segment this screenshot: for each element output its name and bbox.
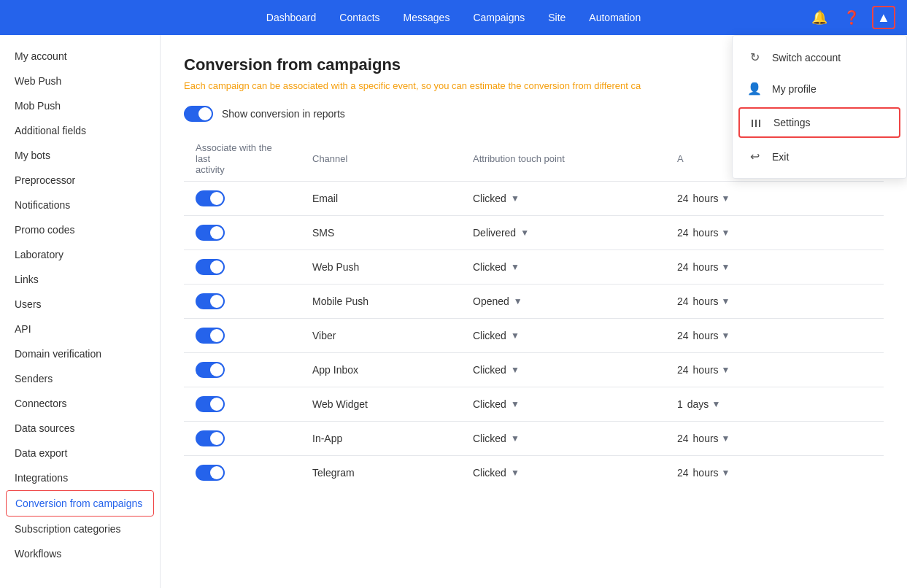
touch-point-dropdown[interactable]: Clicked▼ <box>473 433 654 444</box>
attr-unit-dropdown[interactable]: hours ▼ <box>693 364 730 376</box>
sidebar-item-links[interactable]: Links <box>0 267 160 292</box>
row-toggle-app-inbox[interactable] <box>196 362 225 378</box>
attr-unit-value: hours <box>693 467 719 479</box>
exit-item[interactable]: ↩ Exit <box>733 141 906 172</box>
channel-name: SMS <box>312 227 334 239</box>
sidebar-item-preprocessor[interactable]: Preprocessor <box>0 168 160 193</box>
sidebar-item-workflows[interactable]: Workflows <box>0 541 160 566</box>
sidebar-item-promo-codes[interactable]: Promo codes <box>0 217 160 242</box>
table-row: Web WidgetClicked▼ 1 days ▼ <box>184 387 884 422</box>
sidebar-item-domain-verification[interactable]: Domain verification <box>0 341 160 366</box>
sidebar-item-integrations[interactable]: Integrations <box>0 465 160 490</box>
svg-rect-2 <box>759 120 760 127</box>
row-toggle-web-widget[interactable] <box>196 396 225 412</box>
touch-point-dropdown[interactable]: Clicked▼ <box>473 364 654 376</box>
touch-point-value: Clicked <box>473 364 506 376</box>
attribution-cell: 24 hours ▼ <box>665 422 884 456</box>
row-toggle-telegram[interactable] <box>196 465 225 481</box>
row-toggle-sms[interactable] <box>196 225 225 241</box>
table-row: Web PushClicked▼ 24 hours ▼ <box>184 250 884 285</box>
switch-account-label: Switch account <box>772 52 841 63</box>
conversion-table: Associate with the lastactivity Channel … <box>184 136 884 490</box>
svg-rect-1 <box>755 120 757 127</box>
touch-point-dropdown[interactable]: Clicked▼ <box>473 330 654 341</box>
chevron-down-icon: ▼ <box>722 468 730 478</box>
attribution-cell: 24 hours ▼ <box>665 182 884 216</box>
touch-point-dropdown[interactable]: Clicked▼ <box>473 467 654 479</box>
attr-unit-dropdown[interactable]: hours ▼ <box>693 330 730 341</box>
attr-unit-dropdown[interactable]: hours ▼ <box>693 467 730 479</box>
row-toggle-cell <box>184 422 301 456</box>
attr-number: 24 <box>677 330 689 341</box>
touch-point-dropdown[interactable]: Clicked▼ <box>473 261 654 273</box>
channel-cell: SMS <box>301 216 461 250</box>
sidebar-item-connectors[interactable]: Connectors <box>0 391 160 416</box>
touch-point-value: Clicked <box>473 467 506 479</box>
settings-item[interactable]: Settings <box>738 107 900 138</box>
help-icon[interactable]: ❓ <box>840 6 863 29</box>
my-profile-item[interactable]: 👤 My profile <box>733 73 906 104</box>
row-toggle-email[interactable] <box>196 190 225 206</box>
attr-unit-dropdown[interactable]: hours ▼ <box>693 193 730 204</box>
sidebar-item-data-sources[interactable]: Data sources <box>0 416 160 441</box>
col-touch-point: Attribution touch point <box>461 136 665 182</box>
col-channel: Channel <box>301 136 461 182</box>
nav-right-icons: 🔔 ❓ ▲ <box>808 6 895 29</box>
touch-point-dropdown[interactable]: Opened▼ <box>473 295 654 307</box>
touch-point-value: Delivered <box>473 227 516 239</box>
row-toggle-cell <box>184 182 301 216</box>
attr-number: 24 <box>677 193 689 204</box>
attr-unit-value: hours <box>693 295 719 307</box>
nav-dashboard[interactable]: Dashboard <box>266 12 317 23</box>
chevron-down-icon: ▼ <box>511 433 520 444</box>
touch-point-dropdown[interactable]: Clicked▼ <box>473 398 654 410</box>
attr-number: 24 <box>677 261 689 273</box>
attr-unit-dropdown[interactable]: hours ▼ <box>693 261 730 273</box>
notification-bell-icon[interactable]: 🔔 <box>808 6 831 29</box>
sidebar-item-users[interactable]: Users <box>0 292 160 317</box>
switch-account-item[interactable]: ↻ Switch account <box>733 42 906 73</box>
sidebar-item-my-account[interactable]: My account <box>0 44 160 69</box>
nav-site[interactable]: Site <box>548 12 566 23</box>
show-conversion-label: Show conversion in reports <box>222 108 345 120</box>
show-conversion-toggle[interactable] <box>184 106 213 122</box>
sidebar-item-additional-fields[interactable]: Additional fields <box>0 118 160 143</box>
sidebar-item-api[interactable]: API <box>0 317 160 341</box>
touch-point-value: Clicked <box>473 261 506 273</box>
attr-unit-dropdown[interactable]: hours ▼ <box>693 295 730 307</box>
touch-point-cell: Clicked▼ <box>461 456 665 490</box>
row-toggle-viber[interactable] <box>196 328 225 344</box>
nav-messages[interactable]: Messages <box>404 12 450 23</box>
nav-campaigns[interactable]: Campaigns <box>473 12 525 23</box>
table-row: ViberClicked▼ 24 hours ▼ <box>184 319 884 353</box>
sidebar-item-laboratory[interactable]: Laboratory <box>0 242 160 267</box>
sidebar-item-subscription-categories[interactable]: Subscription categories <box>0 517 160 541</box>
attr-unit-value: hours <box>693 227 719 239</box>
sidebar-item-conversion-from-campaigns[interactable]: Conversion from campaigns <box>6 490 154 517</box>
touch-point-dropdown[interactable]: Clicked▼ <box>473 193 654 204</box>
channel-name: App Inbox <box>312 364 358 376</box>
nav-contacts[interactable]: Contacts <box>339 12 379 23</box>
sidebar-item-notifications[interactable]: Notifications <box>0 193 160 217</box>
attr-unit-value: hours <box>693 193 719 204</box>
attribution-cell: 24 hours ▼ <box>665 216 884 250</box>
row-toggle-in-app[interactable] <box>196 430 225 446</box>
attr-unit-dropdown[interactable]: hours ▼ <box>693 227 730 239</box>
row-toggle-mobile-push[interactable] <box>196 293 225 309</box>
row-toggle-cell <box>184 285 301 319</box>
chevron-down-icon: ▼ <box>514 296 522 306</box>
channel-name: Viber <box>312 330 336 341</box>
row-toggle-web-push[interactable] <box>196 259 225 275</box>
sidebar-item-my-bots[interactable]: My bots <box>0 143 160 168</box>
sidebar-item-senders[interactable]: Senders <box>0 366 160 391</box>
sidebar-item-data-export[interactable]: Data export <box>0 441 160 465</box>
nav-automation[interactable]: Automation <box>589 12 641 23</box>
attr-unit-dropdown[interactable]: hours ▼ <box>693 433 730 444</box>
sidebar-item-web-push[interactable]: Web Push <box>0 69 160 93</box>
attr-unit-dropdown[interactable]: days ▼ <box>687 398 720 410</box>
touch-point-dropdown[interactable]: Delivered▼ <box>473 227 654 239</box>
sidebar-item-mob-push[interactable]: Mob Push <box>0 93 160 118</box>
account-menu-icon[interactable]: ▲ <box>872 6 895 29</box>
touch-point-cell: Clicked▼ <box>461 319 665 353</box>
svg-rect-0 <box>752 120 753 127</box>
